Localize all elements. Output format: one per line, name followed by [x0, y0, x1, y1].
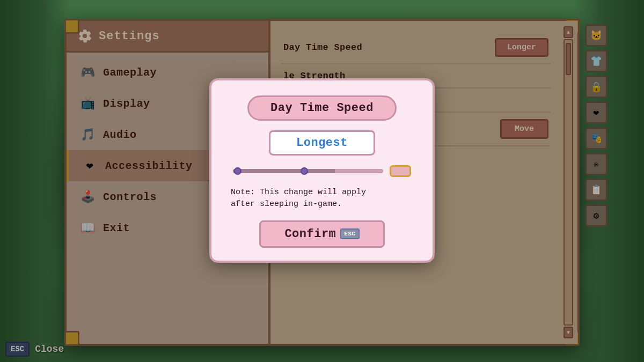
confirm-label: Confirm — [284, 227, 336, 241]
confirm-button[interactable]: Confirm ESC — [259, 220, 384, 248]
modal-note: Note: This change will apply after sleep… — [229, 187, 415, 211]
modal-slider-container — [229, 165, 415, 177]
modal-title: Day Time Speed — [247, 95, 397, 121]
modal-dialog: Day Time Speed Longest Note: This change… — [209, 78, 435, 263]
modal-slider[interactable] — [233, 167, 383, 175]
modal-backdrop: Day Time Speed Longest Note: This change… — [0, 0, 644, 362]
slider-handle[interactable] — [390, 165, 411, 177]
esc-badge: ESC — [340, 228, 359, 239]
modal-current-value: Longest — [269, 130, 375, 156]
